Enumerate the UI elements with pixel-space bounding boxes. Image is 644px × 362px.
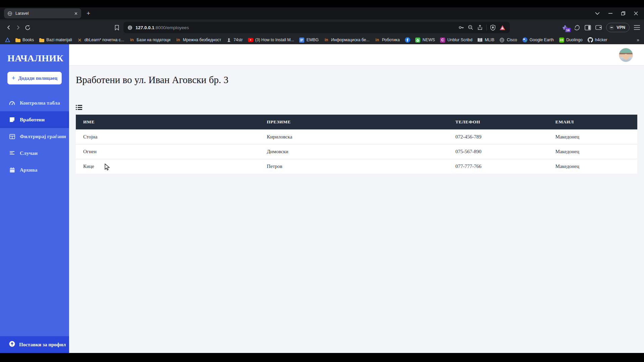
browser-window: Laravel ✕ + 127.0.0.1:8000/employees [0,7,644,353]
youtube-icon [248,37,253,43]
linkedin-icon: in [175,37,181,43]
bookmark-item[interactable]: NEWS [415,37,435,43]
globe-favicon-icon [7,11,12,16]
table-row: Кице Петров 077-777-766 Македонец [76,159,637,174]
note-icon [9,117,15,122]
folder-icon [15,37,20,43]
browser-toolbar: 127.0.0.1:8000/employees 16 VPN [0,19,644,36]
key-icon[interactable] [458,24,464,31]
site-info-icon[interactable] [127,25,132,30]
linkedin-icon: in [375,37,380,43]
reload-button[interactable] [23,23,32,32]
plus-icon: + [12,75,15,81]
extension-icon[interactable]: 16 [561,23,570,32]
scribd-icon: C [440,37,445,43]
restore-button[interactable] [621,11,625,15]
main-area: Вработени во ул. Иван Аговски бр. 3 ИМЕ … [69,44,644,353]
brave-rewards-icon[interactable] [499,24,506,31]
extension-badge: 16 [565,27,571,33]
cell-phone: 075-567-890 [448,144,548,159]
new-tab-button[interactable]: + [87,10,90,17]
linkedin-icon: in [129,37,135,43]
add-policeman-button[interactable]: + Додади полицаец [7,72,62,84]
app-title: НАЧАЛНИК [7,53,69,64]
bookmark-item[interactable]: inБази на податоци [129,37,170,43]
earth-icon [522,37,528,43]
menu-icon[interactable] [634,25,640,30]
sidebar-item-cases[interactable]: Случаи [0,145,69,162]
sidebar-item-employees[interactable]: Вработени [0,111,69,128]
tab-strip: Laravel ✕ + [0,7,644,19]
linkedin-icon: in [324,37,329,43]
vpn-button[interactable]: VPN [606,23,630,32]
page-content: НАЧАЛНИК + Додади полицаец Контролна таб… [0,44,644,353]
back-button[interactable] [4,23,13,32]
table-row: Огнен Димовски 075-567-890 Македонец [76,144,637,159]
book-icon [477,37,483,43]
wallet-icon[interactable] [595,25,602,30]
cell-surname: Петров [259,159,448,174]
bookmark-item[interactable]: inМрежна безбедност [175,37,221,43]
address-bar[interactable]: 127.0.0.1:8000/employees [123,22,510,33]
cell-surname: Кириловска [259,130,448,144]
sidebar-item-dashboard[interactable]: Контролна табла [0,95,69,111]
bookmark-item[interactable] [5,37,10,43]
tab-laravel[interactable]: Laravel ✕ [4,8,81,18]
arrow-circle-up-icon [9,341,15,348]
bookmark-item[interactable]: 74str [226,37,243,43]
list-lines-icon [9,151,15,156]
bookmark-item[interactable]: Duolingo [559,37,583,43]
bookmark-item[interactable]: Books [15,37,34,43]
share-icon[interactable] [477,24,483,31]
tab-search-chevron-icon[interactable] [595,12,600,15]
bookmark-item[interactable]: inИнформациска бе... [324,37,370,43]
close-button[interactable] [634,11,638,15]
sidebar-item-filter-citizens[interactable]: Филтрирај граѓани [0,128,69,145]
bookmark-item[interactable] [405,37,410,43]
cell-phone: 077-777-766 [448,159,548,174]
list-view-icon[interactable] [76,105,83,112]
leo-ai-icon[interactable] [574,24,580,31]
folder-icon [39,37,44,43]
sidebar: НАЧАЛНИК + Додади полицаец Контролна таб… [0,44,69,353]
bookmark-item[interactable]: h4cker [588,37,607,43]
gauge-icon [9,101,15,106]
cell-name: Огнен [76,144,259,159]
bookmark-item[interactable]: MLIB [477,37,494,43]
mouse-cursor [104,163,111,171]
bookmark-flag-icon[interactable] [112,23,121,32]
svg-text:C: C [441,38,444,42]
user-avatar[interactable] [619,48,633,62]
profile-settings-button[interactable]: Поставки за профил [0,336,69,353]
cell-email: Македонец [548,159,637,174]
cell-email: Македонец [548,130,637,144]
bookmark-item[interactable]: inРоботика [375,37,400,43]
bookmarks-overflow-chevron[interactable]: » [637,37,639,43]
brave-shield-icon[interactable] [490,24,496,31]
bookmark-item[interactable]: Bazi materijali [39,37,72,43]
cell-name: Стојна [76,130,259,144]
cell-surname: Димовски [259,144,448,159]
page-title: Вработени во ул. Иван Аговски бр. 3 [76,74,637,85]
bookmark-item[interactable]: Google Earth [522,37,554,43]
bookmark-item[interactable]: (3) How to Install M... [248,37,294,43]
duolingo-icon [559,37,564,43]
bookmark-item[interactable]: CUnblur Scribd [440,37,473,43]
minimize-button[interactable] [608,13,612,14]
bookmark-item[interactable]: dbLearn* почетна с... [77,37,124,43]
bookmarks-bar: Books Bazi materijali dbLearn* почетна с… [0,36,644,44]
sidebar-item-archive[interactable]: Архива [0,162,69,178]
tab-close-icon[interactable]: ✕ [74,11,78,16]
cell-email: Македонец [548,144,637,159]
bookmark-item[interactable]: EMBG [299,37,319,43]
dblearn-icon [77,37,83,43]
table-header-row: ИМЕ ПРЕЗИМЕ ТЕЛЕФОН ЕМАИЛ [76,115,637,130]
facebook-icon [405,37,410,43]
bookmark-item[interactable]: Cisco [499,37,517,43]
feedly-icon [415,37,421,43]
side-panel-icon[interactable] [585,25,591,31]
forward-button[interactable] [13,23,23,32]
embg-icon [299,37,305,43]
table-row: Стојна Кириловска 072-456-789 Македонец [76,130,637,144]
zoom-out-icon[interactable] [468,24,474,31]
